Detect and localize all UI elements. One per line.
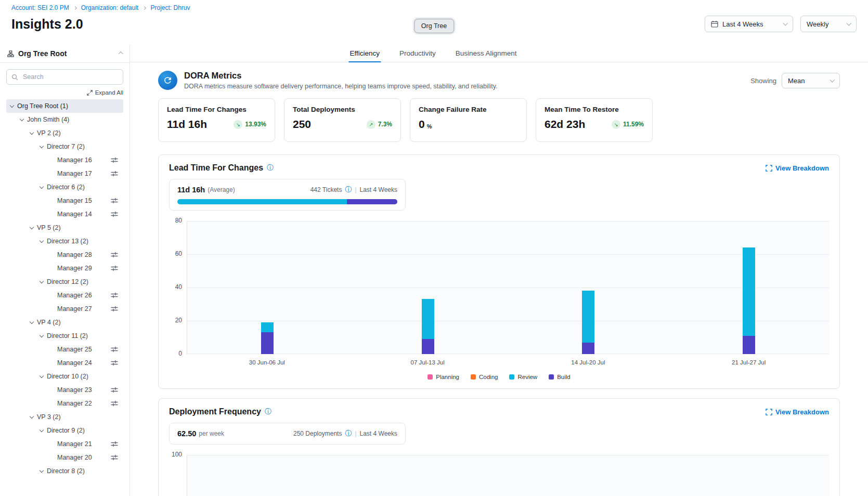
tree-item[interactable]: Director 11 (2) [6,329,123,343]
sliders-icon[interactable] [111,198,118,204]
tree-item[interactable]: Manager 23 [6,383,123,397]
breadcrumb-project[interactable]: Project: Dhruv [150,4,190,11]
tree-item-label: Manager 27 [57,305,92,312]
chevron-down-icon[interactable] [40,144,44,148]
breadcrumb-account[interactable]: Account: SEI 2.0 PM [11,4,69,11]
chevron-down-icon[interactable] [40,239,44,243]
org-tree-toggle-button[interactable]: Org Tree [414,19,454,33]
collapse-sidebar-chevron-up-icon[interactable] [118,52,123,57]
tab-efficiency[interactable]: Efficiency [348,45,381,62]
sliders-icon[interactable] [111,171,118,177]
lead-time-distribution-bar [177,199,397,204]
tree-item[interactable]: Director 10 (2) [6,370,123,383]
tree-item[interactable]: Director 9 (2) [6,424,123,437]
sliders-icon[interactable] [111,252,118,258]
search-input[interactable] [22,73,118,81]
chevron-down-icon[interactable] [40,428,44,432]
chevron-down-icon[interactable] [10,103,14,108]
tree-item[interactable]: Manager 25 [6,343,123,356]
chevron-down-icon[interactable] [40,374,44,378]
tree-item[interactable]: VP 4 (2) [6,316,123,329]
tree-item[interactable]: Manager 16 [6,153,123,167]
dora-title: DORA Metrics [184,71,498,81]
chevron-down-icon[interactable] [20,117,24,121]
tree-item[interactable]: Manager 21 [6,437,123,451]
chevron-down-icon[interactable] [30,414,34,419]
tree-item[interactable]: Manager 22 [6,397,123,410]
tree-item[interactable]: Manager 28 [6,248,123,262]
deployment-plot-area [187,455,829,496]
chevron-down-icon[interactable] [30,225,34,229]
bar-week-2[interactable] [422,221,434,354]
tree-item[interactable]: Manager 14 [6,207,123,221]
tree-item[interactable]: Manager 26 [6,289,123,302]
tree-item[interactable]: Manager 15 [6,194,123,207]
sliders-icon[interactable] [111,387,118,393]
tree-item[interactable]: VP 5 (2) [6,221,123,234]
tree-item-label: Manager 25 [57,346,92,353]
tab-productivity[interactable]: Productivity [398,45,437,62]
sliders-icon[interactable] [111,360,118,366]
tree-item-label: VP 2 (2) [37,129,61,137]
tree-item[interactable]: Manager 24 [6,356,123,370]
info-icon[interactable]: ⓘ [267,163,274,173]
tab-business-alignment[interactable]: Business Alignment [455,45,518,62]
tree-item[interactable]: Manager 17 [6,167,123,180]
breadcrumb-organization[interactable]: Organization: default [81,4,139,11]
tree-item[interactable]: Manager 20 [6,451,123,464]
legend-item-coding[interactable]: Coding [471,374,498,380]
tree-item[interactable]: Manager 29 [6,262,123,275]
chevron-down-icon[interactable] [40,468,44,473]
tree-item[interactable]: Org Tree Root (1) [6,99,123,113]
y-tick-label: 0 [178,350,182,357]
chevron-down-icon[interactable] [40,333,44,337]
granularity-select[interactable]: Weekly [800,16,857,32]
tree-item[interactable]: Director 12 (2) [6,275,123,289]
tab-bar: Efficiency Productivity Business Alignme… [130,45,868,62]
tree-item-label: Manager 15 [57,197,92,204]
info-icon[interactable]: ⓘ [265,407,271,416]
expand-all-button[interactable]: Expand All [87,89,123,96]
sliders-icon[interactable] [111,454,118,461]
deployment-view-breakdown-button[interactable]: View Breakdown [766,408,829,416]
chevron-down-icon[interactable] [40,279,44,283]
sliders-icon[interactable] [111,346,118,353]
showing-select[interactable]: Mean [782,73,840,88]
tree-item[interactable]: Director 8 (2) [6,464,123,478]
legend-item-review[interactable]: Review [509,374,537,380]
search-box[interactable] [6,69,123,85]
tree-item-label: Manager 17 [57,170,92,177]
sliders-icon[interactable] [111,157,118,163]
lead-time-view-breakdown-button[interactable]: View Breakdown [766,164,829,172]
info-icon[interactable]: ⓘ [345,429,352,438]
chevron-down-icon[interactable] [30,130,34,135]
legend-item-planning[interactable]: Planning [427,374,459,380]
tree-item[interactable]: VP 3 (2) [6,410,123,424]
sliders-icon[interactable] [111,441,118,447]
tree-item-label: Director 11 (2) [47,332,88,340]
sliders-icon[interactable] [111,400,118,407]
bar-week-4[interactable] [743,221,755,354]
info-icon[interactable]: ⓘ [345,185,352,194]
tree-item[interactable]: Director 6 (2) [6,180,123,194]
chevron-down-icon[interactable] [40,185,44,189]
tree-item[interactable]: John Smith (4) [6,113,123,126]
chevron-down-icon[interactable] [30,320,34,324]
sliders-icon[interactable] [111,265,118,271]
metric-trend: ↘ 13.93% [234,120,266,129]
legend-item-build[interactable]: Build [549,374,571,380]
bar-week-3[interactable] [582,221,594,354]
sliders-icon[interactable] [111,211,118,217]
tree-item[interactable]: Manager 27 [6,302,123,316]
sliders-icon[interactable] [111,306,118,312]
tree-item-label: Director 9 (2) [47,427,85,434]
tree-item[interactable]: VP 2 (2) [6,126,123,140]
gridline [187,221,829,221]
metric-card-change-failure-rate: Change Failure Rate 0 % [410,98,527,142]
tree-item[interactable]: Director 13 (2) [6,234,123,248]
tree-item[interactable]: Director 7 (2) [6,140,123,153]
tree-item-label: John Smith (4) [27,116,69,123]
bar-week-1[interactable] [261,221,274,354]
sliders-icon[interactable] [111,292,118,298]
date-range-select[interactable]: Last 4 Weeks [705,16,793,32]
